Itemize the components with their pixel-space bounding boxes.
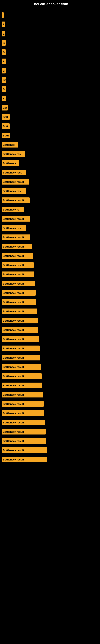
bar-row-14: Bottlenec [2, 141, 98, 148]
bar-label-24: Bottleneck result [2, 234, 30, 240]
bar-label-3: B [2, 40, 6, 46]
bar-row-16: Bottleneck [2, 160, 98, 167]
bar-label-5: Bo [2, 58, 6, 64]
bar-row-30: Bottleneck result [2, 289, 98, 297]
bar-row-23: Bottleneck resu [2, 224, 98, 232]
bar-row-5: Bo [2, 58, 98, 65]
bar-label-9: Bo [2, 96, 6, 101]
bar-label-17: Bottleneck resu [2, 170, 26, 175]
bar-row-21: Bottleneck re [2, 206, 98, 213]
bar-label-40: Bottleneck result [2, 382, 42, 388]
bar-label-33: Bottleneck result [2, 318, 38, 324]
bar-row-3: B [2, 39, 98, 47]
bar-label-28: Bottleneck result [2, 272, 34, 277]
bar-label-12: Bott [2, 123, 10, 129]
bar-row-40: Bottleneck result [2, 382, 98, 389]
bar-row-0 [2, 11, 98, 19]
bars-container: EEBBBoBBoBoBoBotBottBottBottlBottlenecBo… [0, 7, 100, 467]
bar-label-42: Bottleneck result [2, 401, 44, 407]
bar-label-32: Bottleneck result [2, 308, 37, 314]
bar-label-34: Bottleneck result [2, 327, 38, 333]
bar-row-44: Bottleneck result [2, 418, 98, 426]
bar-label-21: Bottleneck re [2, 207, 24, 212]
bar-label-29: Bottleneck result [2, 281, 35, 286]
bar-label-10: Bot [2, 105, 8, 110]
bar-row-11: Bott [2, 113, 98, 121]
site-title: TheBottlenecker.com [0, 0, 100, 7]
bar-row-45: Bottleneck result [2, 428, 98, 436]
bar-label-1: E [2, 22, 5, 27]
bar-label-38: Bottleneck result [2, 364, 41, 370]
bar-row-9: Bo [2, 94, 98, 102]
bar-row-17: Bottleneck resu [2, 169, 98, 176]
bar-label-2: E [2, 31, 5, 36]
bar-label-13: Bottl [2, 132, 10, 138]
bar-label-11: Bott [2, 114, 10, 120]
bar-label-20: Bottleneck result [2, 198, 30, 203]
bar-row-35: Bottleneck result [2, 335, 98, 343]
bar-label-18: Bottleneck result [2, 179, 29, 184]
bar-row-15: Bottleneck res [2, 150, 98, 158]
bar-row-12: Bott [2, 122, 98, 130]
bar-label-7: Bo [2, 77, 6, 83]
bar-row-41: Bottleneck result [2, 391, 98, 398]
bar-label-45: Bottleneck result [2, 429, 46, 434]
bar-label-15: Bottleneck res [2, 151, 25, 157]
bar-label-14: Bottlenec [2, 142, 18, 148]
bar-row-26: Bottleneck result [2, 252, 98, 260]
bar-row-8: Bo [2, 85, 98, 93]
bar-row-34: Bottleneck result [2, 326, 98, 334]
bar-label-22: Bottleneck result [2, 216, 30, 222]
bar-row-20: Bottleneck result [2, 196, 98, 204]
bar-label-43: Bottleneck result [2, 410, 44, 416]
bar-row-36: Bottleneck result [2, 344, 98, 352]
bar-label-36: Bottleneck result [2, 346, 40, 351]
bar-row-10: Bot [2, 104, 98, 112]
bar-label-39: Bottleneck result [2, 373, 42, 379]
bar-label-46: Bottleneck result [2, 438, 47, 444]
bar-row-27: Bottleneck result [2, 261, 98, 269]
bar-label-0 [2, 12, 3, 18]
bar-label-19: Bottleneck resu [2, 188, 26, 194]
bar-row-42: Bottleneck result [2, 400, 98, 408]
bar-row-48: Bottleneck result [2, 456, 98, 463]
bar-row-39: Bottleneck result [2, 372, 98, 380]
bar-label-25: Bottleneck result [2, 244, 32, 249]
bar-row-46: Bottleneck result [2, 437, 98, 445]
bar-label-47: Bottleneck result [2, 448, 47, 453]
bar-label-44: Bottleneck result [2, 420, 45, 425]
bar-row-6: B [2, 67, 98, 74]
bar-row-29: Bottleneck result [2, 280, 98, 288]
bar-row-25: Bottleneck result [2, 243, 98, 250]
bar-label-6: B [2, 68, 6, 74]
bar-row-24: Bottleneck result [2, 234, 98, 241]
bar-row-47: Bottleneck result [2, 446, 98, 454]
bar-row-31: Bottleneck result [2, 298, 98, 306]
bar-label-8: Bo [2, 86, 6, 92]
bar-row-32: Bottleneck result [2, 308, 98, 315]
bar-row-4: B [2, 48, 98, 56]
bar-label-30: Bottleneck result [2, 290, 36, 296]
bar-row-33: Bottleneck result [2, 317, 98, 324]
bar-row-38: Bottleneck result [2, 363, 98, 371]
bar-row-19: Bottleneck resu [2, 187, 98, 195]
bar-row-1: E [2, 20, 98, 28]
bar-label-16: Bottleneck [2, 160, 19, 166]
bar-label-48: Bottleneck result [2, 457, 47, 462]
bar-label-35: Bottleneck result [2, 336, 39, 342]
bar-label-4: B [2, 49, 6, 55]
bar-label-31: Bottleneck result [2, 299, 36, 305]
bar-row-22: Bottleneck result [2, 215, 98, 222]
bar-row-18: Bottleneck result [2, 178, 98, 186]
bar-label-27: Bottleneck result [2, 262, 34, 268]
bar-row-7: Bo [2, 76, 98, 84]
bar-label-37: Bottleneck result [2, 355, 40, 360]
bar-label-41: Bottleneck result [2, 392, 43, 398]
bar-label-26: Bottleneck result [2, 253, 33, 258]
bar-row-2: E [2, 30, 98, 38]
bar-label-23: Bottleneck resu [2, 225, 26, 231]
bar-row-13: Bottl [2, 132, 98, 139]
bar-row-37: Bottleneck result [2, 354, 98, 362]
bar-row-43: Bottleneck result [2, 409, 98, 417]
bar-row-28: Bottleneck result [2, 270, 98, 278]
